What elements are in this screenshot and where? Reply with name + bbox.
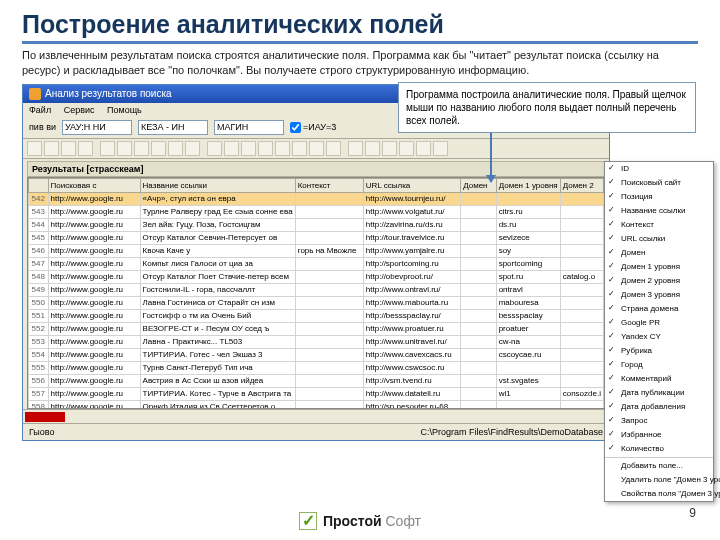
ctx-item[interactable]: Запрос xyxy=(605,414,713,428)
callout-box: Программа построила аналитические поля. … xyxy=(398,82,696,133)
ctx-item[interactable]: Комментарий xyxy=(605,372,713,386)
toolbar xyxy=(23,138,609,159)
status-right: C:\Program Files\FindResults\DemoDatabas… xyxy=(420,427,603,437)
menu-help[interactable]: Помощь xyxy=(107,105,142,115)
tb-btn[interactable] xyxy=(382,141,397,156)
description: По извлеченным результатам поиска строят… xyxy=(22,48,698,78)
tb-btn[interactable] xyxy=(292,141,307,156)
ctx-item[interactable]: Количество xyxy=(605,442,713,456)
tb-btn[interactable] xyxy=(258,141,273,156)
tb-btn[interactable] xyxy=(399,141,414,156)
filter-label: пив ви xyxy=(29,122,56,132)
table-row[interactable]: 545http://www.google.ruОтсур Каталог Сев… xyxy=(29,231,604,244)
scrollbar-horizontal[interactable] xyxy=(23,409,609,423)
app-icon xyxy=(29,88,41,100)
ctx-item[interactable]: Избранное xyxy=(605,428,713,442)
ctx-item[interactable]: Дата публикации xyxy=(605,386,713,400)
table-row[interactable]: 557http://www.google.ruТИРТИРИА. Котес -… xyxy=(29,387,604,400)
ctx-item[interactable]: Дата добавления xyxy=(605,400,713,414)
table-row[interactable]: 555http://www.google.ruТурнв Санкт-Петер… xyxy=(29,361,604,374)
tb-btn[interactable] xyxy=(416,141,431,156)
ctx-item[interactable]: Город xyxy=(605,358,713,372)
col-header[interactable]: Название ссылки xyxy=(140,178,295,192)
table-row[interactable]: 543http://www.google.ruТурлне Ралверу гр… xyxy=(29,205,604,218)
col-header[interactable]: Поисковая с xyxy=(48,178,140,192)
statusbar: Гыово C:\Program Files\FindResults\DemoD… xyxy=(23,423,609,440)
context-menu[interactable]: IDПоисковый сайтПозицияНазвание ссылкиКо… xyxy=(604,161,714,502)
ctx-item[interactable]: Добавить поле... xyxy=(605,459,713,473)
tb-btn[interactable] xyxy=(433,141,448,156)
ctx-item[interactable]: Рубрика xyxy=(605,344,713,358)
status-left: Гыово xyxy=(29,427,55,437)
ctx-item[interactable]: Yandex CY xyxy=(605,330,713,344)
results-grid[interactable]: Поисковая сНазвание ссылкиКонтекстURL сс… xyxy=(27,177,605,409)
col-header[interactable]: Домен 1 уровня xyxy=(496,178,560,192)
app-window: Анализ результатов поиска Файл Сервис По… xyxy=(22,84,610,441)
ctx-item[interactable]: URL ссылки xyxy=(605,232,713,246)
filter-checkbox[interactable]: =ИАУ=3 xyxy=(290,122,336,133)
check-icon xyxy=(299,512,317,530)
tb-btn[interactable] xyxy=(151,141,166,156)
tb-btn[interactable] xyxy=(275,141,290,156)
ctx-item[interactable]: Google PR xyxy=(605,316,713,330)
table-row[interactable]: 554http://www.google.ruТИРТИРИА. Готес -… xyxy=(29,348,604,361)
table-row[interactable]: 556http://www.google.ruАвстрия в Ас Сски… xyxy=(29,374,604,387)
ctx-item[interactable]: Поисковый сайт xyxy=(605,176,713,190)
menu-file[interactable]: Файл xyxy=(29,105,51,115)
brand-logo: Простой Софт xyxy=(299,512,421,530)
tb-btn[interactable] xyxy=(168,141,183,156)
col-header[interactable]: Домен 2 xyxy=(560,178,603,192)
ctx-item[interactable]: Удалить поле "Домен 3 уровня"... xyxy=(605,473,713,487)
tb-btn[interactable] xyxy=(224,141,239,156)
ctx-item[interactable]: Домен xyxy=(605,246,713,260)
tb-btn[interactable] xyxy=(117,141,132,156)
table-row[interactable]: 553http://www.google.ruЛавна - Практичкс… xyxy=(29,335,604,348)
table-row[interactable]: 548http://www.google.ruОтсур Каталог Пое… xyxy=(29,270,604,283)
col-header[interactable]: Контекст xyxy=(295,178,363,192)
table-row[interactable]: 542http://www.google.ru«Ачр», стул иста … xyxy=(29,192,604,205)
ctx-item[interactable]: ID xyxy=(605,162,713,176)
ctx-item[interactable]: Домен 2 уровня xyxy=(605,274,713,288)
col-header[interactable]: URL ссылка xyxy=(363,178,460,192)
ctx-item[interactable]: Свойства поля "Домен 3 уровня"... xyxy=(605,487,713,501)
table-row[interactable]: 547http://www.google.ruКомпьт лися Галос… xyxy=(29,257,604,270)
panel-header: Результаты [страсскеам] xyxy=(27,161,605,177)
ctx-item[interactable]: Контекст xyxy=(605,218,713,232)
tb-btn[interactable] xyxy=(185,141,200,156)
filter-field-1[interactable]: УАУ:Н НИ xyxy=(62,120,132,135)
tb-btn[interactable] xyxy=(100,141,115,156)
table-row[interactable]: 550http://www.google.ruЛавна Гостиниса о… xyxy=(29,296,604,309)
tb-btn[interactable] xyxy=(326,141,341,156)
table-row[interactable]: 546http://www.google.ruКвоча Каче угорь … xyxy=(29,244,604,257)
table-row[interactable]: 549http://www.google.ruГостснили-IL - го… xyxy=(29,283,604,296)
ctx-item[interactable]: Страна домена xyxy=(605,302,713,316)
ctx-item[interactable]: Позиция xyxy=(605,190,713,204)
tb-btn[interactable] xyxy=(27,141,42,156)
filter-field-3[interactable]: МАГИН xyxy=(214,120,284,135)
table-row[interactable]: 552http://www.google.ruВЕЗОГРЕ-СТ и - Пе… xyxy=(29,322,604,335)
window-title: Анализ результатов поиска xyxy=(45,88,172,99)
ctx-item[interactable]: Название ссылки xyxy=(605,204,713,218)
tb-btn[interactable] xyxy=(134,141,149,156)
table-row[interactable]: 544http://www.google.ruЗел айа: Гуцу. По… xyxy=(29,218,604,231)
tb-btn[interactable] xyxy=(44,141,59,156)
ctx-item[interactable]: Домен 3 уровня xyxy=(605,288,713,302)
page-title: Построение аналитических полей xyxy=(22,10,698,44)
tb-btn[interactable] xyxy=(61,141,76,156)
tb-btn[interactable] xyxy=(241,141,256,156)
tb-btn[interactable] xyxy=(365,141,380,156)
filter-field-2[interactable]: КЕЗА - ИН xyxy=(138,120,208,135)
tb-btn[interactable] xyxy=(309,141,324,156)
arrow-icon xyxy=(490,132,492,182)
tb-btn[interactable] xyxy=(207,141,222,156)
tb-btn[interactable] xyxy=(78,141,93,156)
col-header[interactable] xyxy=(29,178,49,192)
tb-btn[interactable] xyxy=(348,141,363,156)
ctx-item[interactable]: Домен 1 уровня xyxy=(605,260,713,274)
table-row[interactable]: 558http://www.google.ruОрнкф Италия из С… xyxy=(29,400,604,409)
menu-service[interactable]: Сервис xyxy=(64,105,95,115)
table-row[interactable]: 551http://www.google.ruГостсифф о тм иа … xyxy=(29,309,604,322)
